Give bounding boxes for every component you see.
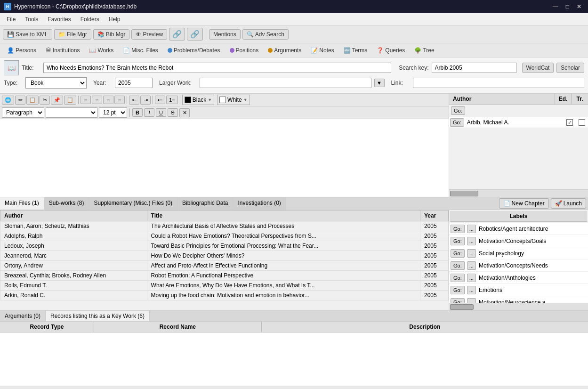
label-row[interactable]: Go: ... Robotics/Agent architecture bbox=[449, 223, 588, 235]
clear-format-btn[interactable]: ✕ bbox=[179, 108, 190, 117]
strikethrough-btn[interactable]: S bbox=[168, 108, 178, 117]
scholar-button[interactable]: Scholar bbox=[556, 63, 584, 73]
sub-works-table-container[interactable]: Author Title Year Sloman, Aaron; Scheutz… bbox=[0, 210, 449, 310]
go-button-1[interactable]: Go: bbox=[451, 106, 465, 115]
larger-work-input[interactable] bbox=[200, 78, 371, 88]
sidebar-item-notes[interactable]: 📝 Notes bbox=[306, 45, 338, 56]
underline-btn[interactable]: U bbox=[156, 108, 166, 117]
record-type-icon[interactable]: 📖 bbox=[4, 60, 19, 75]
menu-folders[interactable]: Folders bbox=[76, 14, 104, 24]
args-tab-key-works[interactable]: Records listing this as a Key Work (6) bbox=[46, 311, 150, 321]
italic-btn[interactable]: I bbox=[144, 108, 154, 117]
args-tab-arguments[interactable]: Arguments (0) bbox=[0, 311, 46, 321]
label-go-btn[interactable]: Go: bbox=[451, 298, 465, 303]
sidebar-item-terms[interactable]: 🔤 Terms bbox=[339, 45, 372, 56]
label-go-btn[interactable]: Go: bbox=[451, 274, 465, 282]
label-go-btn[interactable]: Go: bbox=[451, 225, 465, 233]
align-left-btn[interactable]: ≡ bbox=[81, 96, 91, 104]
label-more-btn[interactable]: ... bbox=[467, 274, 476, 282]
label-row[interactable]: Go: ... Motivation/Neuroscience a... bbox=[449, 296, 588, 303]
link-input[interactable] bbox=[413, 78, 585, 88]
tab-supplementary[interactable]: Supplementary (Misc.) Files (0) bbox=[89, 197, 177, 210]
table-row[interactable]: Breazeal, Cynthia; Brooks, Rodney Allen … bbox=[0, 271, 449, 281]
globe-btn[interactable]: 🌐 bbox=[2, 96, 14, 105]
sidebar-item-positions[interactable]: Positions bbox=[226, 45, 263, 56]
tab-main-files[interactable]: Main Files (1) bbox=[0, 197, 44, 210]
preview-button[interactable]: 👁 Preview bbox=[131, 29, 167, 40]
bib-mgr-button[interactable]: 📚 Bib Mgr bbox=[93, 29, 129, 40]
menu-file[interactable]: File bbox=[2, 14, 20, 24]
author-row-1[interactable]: Go: Arbib, Michael A. bbox=[449, 117, 588, 128]
label-more-btn[interactable]: ... bbox=[467, 286, 476, 294]
year-input[interactable] bbox=[115, 78, 153, 88]
scissors-btn[interactable]: ✂ bbox=[40, 96, 50, 105]
minimize-button[interactable]: — bbox=[550, 2, 561, 11]
launch-button[interactable]: 🚀 Launch bbox=[551, 198, 586, 209]
font-name-select[interactable] bbox=[46, 107, 97, 118]
font-color-selector[interactable]: Black ▼ bbox=[182, 95, 214, 105]
worldcat-button[interactable]: WorldCat bbox=[522, 63, 554, 73]
sidebar-item-persons[interactable]: 👤 Persons bbox=[3, 45, 40, 56]
labels-h-scrollbar[interactable] bbox=[449, 303, 588, 310]
editor-content[interactable] bbox=[0, 119, 449, 197]
link-button-2[interactable]: 🔗 bbox=[187, 28, 203, 41]
sidebar-item-misc-files[interactable]: 📄 Misc. Files bbox=[119, 45, 162, 56]
label-go-btn[interactable]: Go: bbox=[451, 286, 465, 294]
save-to-xml-button[interactable]: 💾 Save to XML bbox=[3, 29, 52, 40]
align-justify-btn[interactable]: ≡ bbox=[114, 96, 125, 104]
label-row[interactable]: Go: ... Social psychology bbox=[449, 247, 588, 259]
align-right-btn[interactable]: ≡ bbox=[103, 96, 113, 104]
paste-btn[interactable]: 📌 bbox=[51, 96, 63, 105]
num-list-btn[interactable]: 1≡ bbox=[166, 96, 178, 104]
paragraph-style-select[interactable]: Paragraph bbox=[2, 107, 44, 118]
table-row[interactable]: Jeannerod, Marc How Do We Decipher Other… bbox=[0, 251, 449, 261]
sidebar-item-tree[interactable]: 🌳 Tree bbox=[410, 45, 438, 56]
bold-btn[interactable]: B bbox=[132, 108, 143, 117]
table-row[interactable]: Rolls, Edmund T. What Are Emotions, Why … bbox=[0, 281, 449, 291]
table-row[interactable]: Ledoux, Joseph Toward Basic Principles f… bbox=[0, 241, 449, 251]
sidebar-item-institutions[interactable]: 🏛 Institutions bbox=[41, 45, 84, 56]
sidebar-item-arguments[interactable]: Arguments bbox=[264, 45, 306, 56]
author-h-scroll-thumb[interactable] bbox=[450, 191, 478, 196]
window-controls[interactable]: — □ ✕ bbox=[550, 2, 584, 11]
author-h-scrollbar[interactable] bbox=[449, 189, 588, 197]
mentions-button[interactable]: Mentions bbox=[209, 29, 241, 40]
label-row[interactable]: Go: ... Motivation/Concepts/Needs bbox=[449, 259, 588, 272]
label-more-btn[interactable]: ... bbox=[467, 225, 476, 233]
font-size-select[interactable]: 12 pt bbox=[99, 107, 127, 118]
larger-work-dropdown[interactable]: ▼ bbox=[374, 79, 385, 87]
menu-help[interactable]: Help bbox=[104, 14, 125, 24]
bullet-list-btn[interactable]: •≡ bbox=[155, 96, 165, 104]
link-button-1[interactable]: 🔗 bbox=[169, 28, 185, 41]
adv-search-button[interactable]: 🔍 Adv Search bbox=[242, 29, 289, 40]
author-ed-check-1[interactable] bbox=[566, 119, 573, 126]
new-chapter-button[interactable]: 📄 New Chapter bbox=[499, 198, 549, 209]
bg-color-selector[interactable]: White ▼ bbox=[217, 95, 250, 105]
label-row[interactable]: Go: ... Emotions bbox=[449, 284, 588, 296]
label-more-btn[interactable]: ... bbox=[467, 261, 476, 270]
align-center-btn[interactable]: ≡ bbox=[92, 96, 102, 104]
close-button[interactable]: ✕ bbox=[574, 2, 584, 11]
tab-sub-works[interactable]: Sub-works (8) bbox=[44, 197, 89, 210]
table-row[interactable]: Ortony, Andrew Affect and Proto-Affect i… bbox=[0, 261, 449, 271]
labels-h-scroll-thumb[interactable] bbox=[450, 304, 474, 310]
tab-bibliographic[interactable]: Bibliographic Data bbox=[177, 197, 233, 210]
menu-tools[interactable]: Tools bbox=[20, 14, 43, 24]
maximize-button[interactable]: □ bbox=[563, 2, 572, 11]
indent-less-btn[interactable]: ⇤ bbox=[129, 96, 139, 105]
label-more-btn[interactable]: ... bbox=[467, 237, 476, 245]
tab-investigations[interactable]: Investigations (0) bbox=[233, 197, 286, 210]
table-row[interactable]: Sloman, Aaron; Scheutz, Matthias The Arc… bbox=[0, 221, 449, 231]
paste2-btn[interactable]: 📋 bbox=[64, 96, 76, 105]
file-mgr-button[interactable]: 📁 File Mgr bbox=[54, 29, 91, 40]
type-select[interactable]: Book bbox=[25, 77, 87, 89]
table-row[interactable]: Adolphs, Ralph Could a Robot Have Emotio… bbox=[0, 231, 449, 241]
label-go-btn[interactable]: Go: bbox=[451, 237, 465, 245]
label-more-btn[interactable]: ... bbox=[467, 249, 476, 258]
sidebar-item-problems[interactable]: Problems/Debates bbox=[163, 45, 225, 56]
label-row[interactable]: Go: ... Motivation/Anthologies bbox=[449, 272, 588, 284]
label-more-btn[interactable]: ... bbox=[467, 298, 476, 303]
copy-btn[interactable]: 📋 bbox=[26, 96, 39, 105]
author-tr-check-1[interactable] bbox=[579, 119, 585, 126]
search-key-input[interactable] bbox=[432, 63, 516, 73]
